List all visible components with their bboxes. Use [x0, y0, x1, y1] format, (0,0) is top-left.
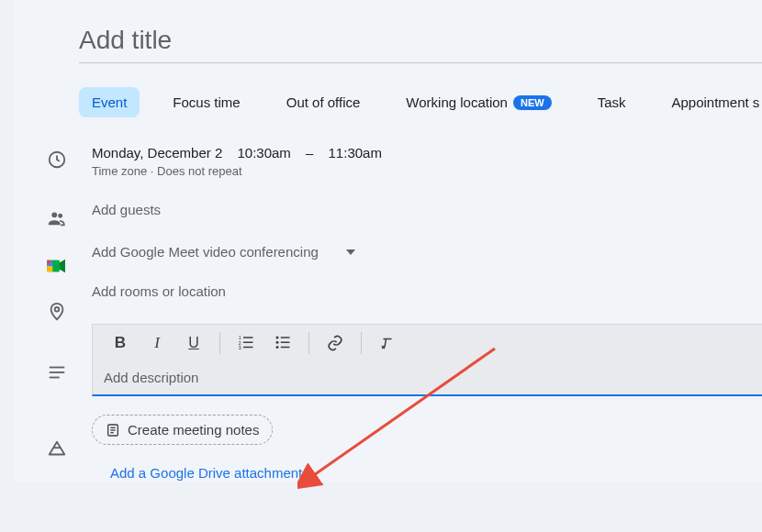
- datetime-row[interactable]: Monday, December 2 10:30am – 11:30am Tim…: [92, 145, 762, 178]
- svg-point-17: [276, 336, 279, 338]
- document-icon: [106, 423, 120, 438]
- svg-point-7: [55, 307, 60, 312]
- description-input[interactable]: [92, 360, 762, 396]
- svg-rect-14: [243, 341, 253, 343]
- new-badge: NEW: [513, 95, 552, 110]
- meet-dropdown-icon[interactable]: [346, 249, 355, 255]
- svg-rect-10: [50, 377, 60, 379]
- svg-point-19: [276, 340, 279, 343]
- event-type-tabs: Event Focus time Out of office Working l…: [79, 87, 762, 117]
- people-icon: [46, 207, 68, 229]
- italic-button[interactable]: I: [140, 328, 174, 358]
- description-icon: [46, 361, 68, 383]
- tab-appointment-schedule[interactable]: Appointment s: [658, 87, 762, 117]
- svg-point-1: [51, 212, 57, 217]
- create-meeting-notes-button[interactable]: Create meeting notes: [92, 415, 273, 445]
- underline-button[interactable]: U: [177, 328, 210, 358]
- clear-formatting-button[interactable]: [371, 328, 404, 358]
- svg-rect-18: [281, 337, 290, 338]
- link-button[interactable]: [319, 328, 352, 358]
- tab-task[interactable]: Task: [585, 87, 639, 117]
- svg-rect-8: [50, 367, 65, 369]
- svg-point-2: [58, 214, 62, 218]
- event-end-time: 11:30am: [329, 145, 382, 161]
- add-guests-button[interactable]: Add guests: [92, 202, 161, 217]
- svg-rect-16: [243, 346, 253, 348]
- google-meet-icon: [46, 255, 68, 277]
- svg-point-21: [276, 346, 279, 349]
- location-icon: [46, 301, 68, 323]
- description-toolbar: B I U 123: [92, 324, 762, 360]
- drive-icon: [46, 438, 68, 460]
- tab-out-of-office[interactable]: Out of office: [274, 87, 374, 117]
- tab-working-location[interactable]: Working location NEW: [393, 87, 564, 117]
- add-meet-button[interactable]: Add Google Meet video conferencing: [92, 244, 319, 260]
- svg-rect-20: [281, 341, 290, 343]
- svg-text:3: 3: [239, 344, 241, 349]
- svg-rect-9: [50, 371, 65, 373]
- tab-focus-time[interactable]: Focus time: [160, 87, 252, 117]
- svg-rect-5: [47, 266, 52, 272]
- svg-rect-12: [243, 337, 253, 338]
- svg-rect-6: [53, 260, 60, 272]
- tab-event[interactable]: Event: [79, 87, 140, 117]
- event-date: Monday, December 2: [92, 145, 222, 161]
- add-drive-attachment-link[interactable]: Add a Google Drive attachment: [110, 465, 302, 481]
- add-location-button[interactable]: Add rooms or location: [92, 283, 226, 299]
- event-title-input[interactable]: [79, 0, 762, 63]
- bulleted-list-button[interactable]: [266, 328, 299, 358]
- clock-icon: [46, 149, 68, 171]
- bold-button[interactable]: B: [104, 328, 137, 358]
- svg-rect-22: [281, 346, 290, 348]
- numbered-list-button[interactable]: 123: [230, 328, 263, 358]
- timezone-recurrence: Time zone · Does not repeat: [92, 164, 762, 178]
- event-start-time: 10:30am: [237, 145, 290, 161]
